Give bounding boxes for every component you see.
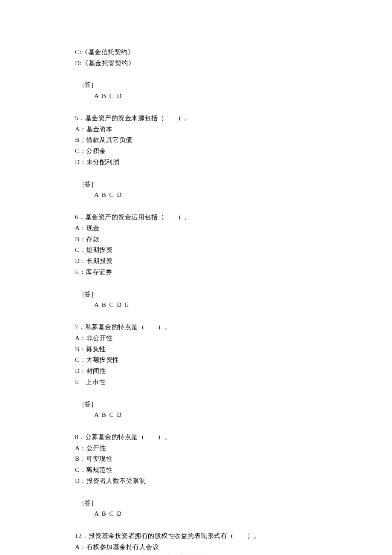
option-b: B：有权就基金运作的重大事项进行审议表决: [75, 553, 318, 555]
option-a: A：公开性: [75, 443, 318, 454]
question-stem: 7．私募基金的特点是（ ）。: [75, 322, 318, 333]
option-b: B：募集性: [75, 344, 318, 355]
answer-value: A B C D: [94, 190, 122, 201]
answer-line: [答] A B C D: [75, 69, 318, 113]
answer-line: [答] A B C D: [75, 487, 318, 531]
option-d: D：长期投资: [75, 256, 318, 267]
option-d: D：封闭性: [75, 366, 318, 377]
option-c: C：短期投资: [75, 245, 318, 256]
question-stem: 8．公募基金的特点是（ ）。: [75, 432, 318, 443]
option-e: E：库存证券: [75, 267, 318, 278]
answer-line: [答] A B C D E: [75, 278, 318, 322]
option-b: B：借款及其它负债: [75, 135, 318, 146]
answer-value: A B C D: [94, 410, 122, 421]
option-a: A：基金资本: [75, 124, 318, 135]
answer-value: A B C D: [94, 91, 122, 102]
answer-value: A B C D E: [94, 300, 130, 311]
option-d: D：未分配利润: [75, 157, 318, 168]
option-c: C：离规范性: [75, 465, 318, 476]
option-a: A：有权参加基金持有人会议: [75, 542, 318, 553]
option-d: D：投资者人数不受限制: [75, 476, 318, 487]
option-c: C:《基金信托契约》: [75, 47, 318, 58]
answer-value: A B C D: [94, 509, 122, 520]
option-c: C：大额投资性: [75, 355, 318, 366]
option-a: A：现金: [75, 223, 318, 234]
answer-label: [答]: [82, 80, 94, 91]
option-e: E 上市性: [75, 377, 318, 388]
question-stem: 6．基金资产的资金运用包括（ ）。: [75, 212, 318, 223]
option-a: A：非公开性: [75, 333, 318, 344]
option-b: B：可变现性: [75, 454, 318, 465]
answer-label: [答]: [82, 399, 94, 410]
answer-line: [答] A B C D: [75, 388, 318, 432]
option-d: D:《基金托管契约》: [75, 58, 318, 69]
option-c: C：公积金: [75, 146, 318, 157]
question-stem: 12．投资基金投资者拥有的股权性收益的表现形式有（ ）。: [75, 531, 318, 542]
answer-line: [答] A B C D: [75, 168, 318, 212]
document-body: C:《基金信托契约》 D:《基金托管契约》 [答] A B C D 5．基金资产…: [75, 47, 318, 555]
answer-label: [答]: [82, 179, 94, 190]
answer-label: [答]: [82, 498, 94, 509]
answer-label: [答]: [82, 289, 94, 300]
question-stem: 5．基金资产的资金来源包括（ ）。: [75, 113, 318, 124]
option-b: B：存款: [75, 234, 318, 245]
